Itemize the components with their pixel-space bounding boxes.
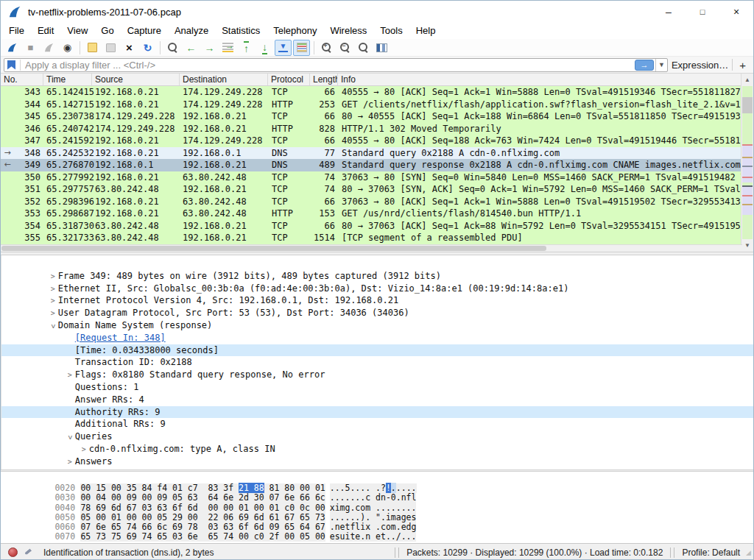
expand-chevron-icon[interactable]: >: [65, 369, 75, 382]
go-first-packet-button[interactable]: ↑: [238, 40, 255, 56]
packet-row[interactable]: 355 65.321733 63.80.242.48 192.168.0.21 …: [1, 232, 742, 244]
packet-row[interactable]: → 348 65.242532 192.168.0.21 192.168.0.1…: [1, 147, 742, 160]
menu-view[interactable]: View: [60, 23, 94, 39]
col-destination[interactable]: Destination: [180, 74, 268, 85]
menu-tools[interactable]: Tools: [373, 23, 409, 39]
save-file-icon: [106, 43, 116, 52]
expression-button[interactable]: Expression…: [672, 60, 728, 71]
stop-capture-button[interactable]: ■: [22, 40, 39, 56]
menu-analyze[interactable]: Analyze: [168, 23, 215, 39]
scroll-up-icon[interactable]: ▲: [741, 74, 753, 86]
hex-offset: 0030: [54, 493, 80, 503]
detail-row[interactable]: >Authoritative nameservers: [1, 456, 753, 468]
menu-statistics[interactable]: Statistics: [215, 23, 267, 39]
go-last-icon: ↓: [262, 41, 267, 54]
packet-list-hscrollbar[interactable]: [1, 244, 742, 252]
expand-chevron-icon[interactable]: >: [48, 295, 58, 308]
col-source[interactable]: Source: [92, 74, 180, 85]
close-file-button[interactable]: ×: [121, 40, 138, 56]
packets-summary: Packets: 10299 · Displayed: 10299 (100.0…: [401, 547, 669, 558]
go-back-icon: ←: [186, 42, 197, 54]
packet-row[interactable]: 353 65.298687 192.168.0.21 63.80.242.48 …: [1, 208, 742, 220]
hscroll-thumb[interactable]: [1, 246, 546, 251]
scrollbar-minimap[interactable]: [742, 86, 753, 239]
menu-capture[interactable]: Capture: [121, 23, 168, 39]
packet-row[interactable]: 346 65.240742 174.129.249.228 192.168.0.…: [1, 123, 742, 135]
expand-chevron-icon[interactable]: >: [48, 308, 58, 320]
resize-grip[interactable]: ◢: [746, 549, 753, 556]
ascii-bytes[interactable]: esuite.n et../...: [330, 532, 417, 542]
reload-file-button[interactable]: ↻: [139, 40, 156, 56]
packet-list-scrollbar[interactable]: ▲ ▼: [741, 74, 753, 252]
close-button[interactable]: ×: [719, 1, 753, 23]
expand-chevron-icon[interactable]: >: [48, 283, 58, 296]
apply-filter-button[interactable]: →: [635, 60, 654, 71]
packet-row[interactable]: 344 65.142715 192.168.0.21 174.129.249.2…: [1, 99, 742, 111]
menu-go[interactable]: Go: [94, 23, 120, 39]
go-forward-icon: →: [205, 42, 215, 54]
go-back-button[interactable]: ←: [183, 40, 200, 56]
auto-scroll-toggle[interactable]: ▼: [275, 40, 292, 56]
menu-wireless[interactable]: Wireless: [323, 23, 373, 39]
minimize-button[interactable]: –: [652, 1, 686, 23]
maximize-button[interactable]: □: [686, 1, 719, 23]
col-time[interactable]: Time: [43, 74, 92, 85]
zoom-reset-button[interactable]: [355, 40, 372, 56]
divider: [398, 547, 399, 558]
col-length[interactable]: Length: [310, 74, 338, 85]
packet-row[interactable]: ← 349 65.276870 192.168.0.1 192.168.0.21…: [1, 159, 742, 171]
find-packet-button[interactable]: [164, 40, 181, 56]
hex-row[interactable]: 002000 15 00 35 84 f4 01 c7 83 3f 21 88 …: [1, 474, 753, 483]
menu-edit[interactable]: Edit: [31, 23, 60, 39]
menu-file[interactable]: File: [2, 23, 31, 39]
restart-capture-button[interactable]: [40, 40, 57, 56]
packet-list-header: No. Time Source Destination Protocol Len…: [1, 74, 753, 86]
title-bar: tv-netflix-problems-2011-07-06.pcap – □ …: [1, 1, 753, 23]
zoom-out-icon: −: [339, 42, 350, 53]
go-last-packet-button[interactable]: ↓: [256, 40, 273, 56]
open-file-button[interactable]: [84, 40, 101, 56]
zoom-in-icon: +: [321, 42, 332, 53]
display-filter-input[interactable]: Apply a display filter ... <Ctrl-/> → ▼: [4, 58, 668, 72]
expand-chevron-icon[interactable]: >: [63, 433, 76, 443]
toolbar-separator: [314, 41, 314, 54]
packet-row[interactable]: 354 65.318730 63.80.242.48 192.168.0.21 …: [1, 220, 742, 233]
capture-options-button[interactable]: ◉: [59, 40, 76, 56]
zoom-in-button[interactable]: +: [318, 40, 335, 56]
capture-comment-icon[interactable]: [24, 547, 33, 557]
expand-chevron-icon[interactable]: >: [46, 321, 59, 331]
detail-row[interactable]: >Frame 349: 489 bytes on wire (3912 bits…: [1, 258, 753, 270]
packet-row[interactable]: 352 65.298396 192.168.0.21 63.80.242.48 …: [1, 196, 742, 208]
expand-chevron-icon[interactable]: >: [65, 456, 75, 469]
resize-columns-button[interactable]: [373, 40, 390, 56]
menu-help[interactable]: Help: [409, 23, 443, 39]
menu-telephony[interactable]: Telephony: [267, 23, 323, 39]
hex-bytes[interactable]: 65 73 75 69 74 65 03 6e 65 74 00 c0 2f 0…: [80, 532, 325, 542]
col-info[interactable]: Info: [338, 74, 753, 85]
start-capture-button[interactable]: [4, 40, 21, 56]
col-no[interactable]: No.: [1, 74, 43, 85]
packet-row[interactable]: 343 65.142415 192.168.0.21 174.129.249.2…: [1, 86, 742, 99]
filter-bookmark-icon[interactable]: [7, 60, 15, 70]
zoom-out-button[interactable]: −: [337, 40, 353, 56]
divider: [674, 547, 674, 558]
packet-row[interactable]: 351 65.297757 63.80.242.48 192.168.0.21 …: [1, 183, 742, 196]
col-protocol[interactable]: Protocol: [268, 74, 310, 85]
packet-row[interactable]: 345 65.230738 174.129.249.228 192.168.0.…: [1, 110, 742, 123]
colorize-toggle[interactable]: [293, 40, 310, 56]
add-filter-button[interactable]: +: [736, 59, 749, 71]
packet-row[interactable]: 347 65.241592 192.168.0.21 174.129.249.2…: [1, 135, 742, 147]
filter-dropdown-caret[interactable]: ▼: [655, 59, 667, 71]
start-capture-fin-icon: [7, 42, 18, 53]
go-forward-button[interactable]: →: [201, 40, 218, 56]
hex-offset: 0050: [54, 513, 80, 522]
expand-chevron-icon[interactable]: >: [48, 271, 58, 283]
go-to-packet-button[interactable]: →: [219, 40, 236, 56]
save-file-button[interactable]: [102, 40, 119, 56]
scroll-down-icon[interactable]: ▼: [741, 239, 753, 252]
expert-info-icon[interactable]: [8, 547, 18, 557]
profile-label[interactable]: Profile: Default: [676, 547, 746, 558]
expand-chevron-icon[interactable]: >: [79, 444, 89, 456]
packet-row[interactable]: 350 65.277992 192.168.0.21 63.80.242.48 …: [1, 171, 742, 184]
detail-row[interactable]: >cdn-0.nflximg.com: type A, class IN: [1, 430, 753, 443]
